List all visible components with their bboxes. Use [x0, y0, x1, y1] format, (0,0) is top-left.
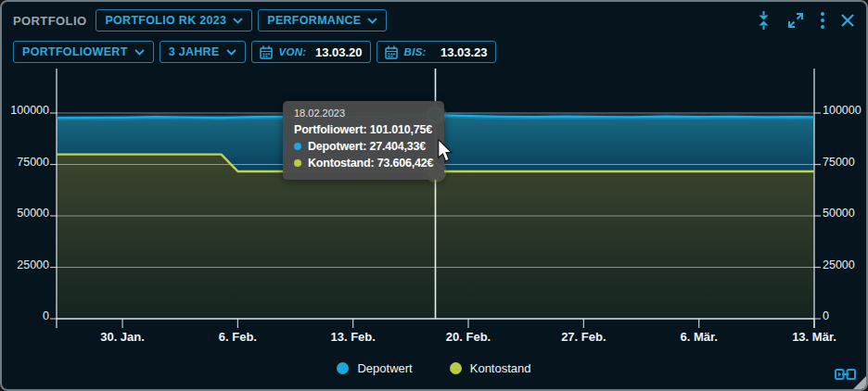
date-to-value: 13.03.23	[440, 45, 488, 59]
view-dropdown[interactable]: PERFORMANCE	[258, 9, 387, 32]
window-controls	[754, 9, 857, 32]
close-button[interactable]	[838, 11, 857, 30]
expand-icon	[786, 11, 805, 30]
legend-item-depotwert[interactable]: Depotwert	[337, 361, 412, 375]
x-axis-label: 13. Mär.	[792, 330, 836, 344]
chevron-down-icon	[134, 49, 145, 56]
kontostand-color-dot	[450, 362, 462, 374]
tooltip-portfoliowert: Portfoliowert: 101.010,75€	[294, 121, 433, 138]
chart-tooltip: 18.02.2023 Portfoliowert: 101.010,75€ De…	[283, 101, 444, 180]
calendar-icon	[385, 45, 398, 59]
depotwert-dot	[294, 143, 301, 150]
chevron-down-icon	[233, 18, 243, 24]
tooltip-date: 18.02.2023	[294, 107, 433, 119]
tooltip-depotwert: Depotwert: 27.404,33€	[294, 138, 433, 155]
date-to-label: BIS:	[404, 46, 427, 57]
y-axis-label: 0	[823, 309, 829, 322]
calendar-icon	[260, 45, 273, 59]
depotwert-color-dot	[337, 362, 349, 374]
page-title: PORTFOLIO	[13, 14, 86, 28]
y-axis-label: 100000	[823, 104, 862, 117]
chevron-down-icon	[367, 18, 377, 24]
collapse-button[interactable]	[754, 9, 773, 32]
y-axis-label: 0	[43, 309, 49, 322]
chart-legend: Depotwert Kontostand	[2, 361, 866, 375]
period-dropdown-label: 3 JAHRE	[169, 45, 220, 58]
chevron-down-icon	[226, 49, 236, 56]
filter-row: PORTFOLIOWERT 3 JAHRE VON: 13.03.20	[13, 41, 496, 63]
header-row: PORTFOLIO PORTFOLIO RK 2023 PERFORMANCE	[13, 9, 857, 32]
legend-label: Kontostand	[470, 361, 531, 375]
resize-grip[interactable]	[853, 376, 866, 389]
kontostand-dot	[294, 159, 301, 167]
date-from-field[interactable]: VON: 13.03.20	[251, 41, 371, 63]
date-from-label: VON:	[279, 46, 307, 57]
legend-label: Depotwert	[357, 361, 412, 375]
expand-button[interactable]	[785, 9, 807, 32]
y-axis-label: 50000	[823, 207, 855, 220]
portfolio-dropdown-label: PORTFOLIO RK 2023	[105, 14, 226, 27]
collapse-vertical-icon	[756, 11, 772, 30]
x-axis-label: 27. Feb.	[561, 330, 606, 344]
date-from-value: 13.03.20	[315, 45, 363, 59]
metric-dropdown[interactable]: PORTFOLIOWERT	[13, 41, 154, 63]
y-axis-label: 25000	[823, 259, 855, 271]
close-icon	[840, 13, 855, 28]
tooltip-kontostand: Kontostand: 73.606,42€	[294, 155, 433, 171]
metric-dropdown-label: PORTFOLIOWERT	[22, 45, 128, 58]
y-axis-label: 75000	[823, 156, 855, 169]
view-dropdown-label: PERFORMANCE	[267, 14, 361, 27]
y-axis-label: 50000	[17, 207, 49, 220]
x-axis-label: 6. Feb.	[219, 330, 257, 344]
x-axis-label: 6. Mär.	[680, 330, 717, 344]
kebab-menu-icon	[820, 11, 825, 30]
x-axis-label: 13. Feb.	[330, 330, 375, 344]
legend-item-kontostand[interactable]: Kontostand	[450, 361, 531, 375]
y-axis-label: 75000	[17, 156, 49, 169]
y-axis-label: 100000	[10, 104, 49, 117]
x-axis-label: 20. Feb.	[446, 330, 491, 344]
portfolio-dropdown[interactable]: PORTFOLIO RK 2023	[96, 9, 252, 32]
menu-button[interactable]	[818, 9, 827, 32]
portfolio-performance-widget: PORTFOLIO PORTFOLIO RK 2023 PERFORMANCE	[0, 0, 868, 391]
y-axis-label: 25000	[17, 259, 49, 271]
date-to-field[interactable]: BIS: 13.03.23	[377, 41, 496, 63]
period-dropdown[interactable]: 3 JAHRE	[160, 41, 246, 63]
x-axis-label: 30. Jan.	[100, 330, 145, 344]
